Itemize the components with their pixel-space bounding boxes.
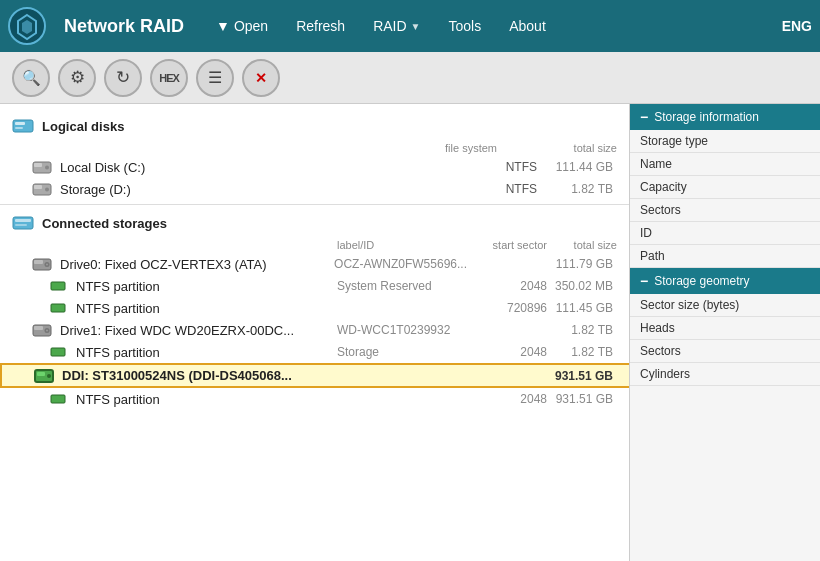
- drive0-partition1-icon: [48, 279, 68, 293]
- svg-rect-22: [34, 326, 43, 330]
- left-panel: Logical disks file system total size Loc…: [0, 104, 630, 561]
- nav-raid-arrow: ▼: [411, 21, 421, 32]
- col-total-size: total size: [547, 239, 617, 251]
- nav-about[interactable]: About: [497, 12, 558, 40]
- svg-rect-4: [15, 122, 25, 125]
- nav-raid-text: RAID: [373, 18, 406, 34]
- svg-rect-7: [34, 163, 42, 167]
- drive0-partition1[interactable]: NTFS partition System Reserved 2048 350.…: [0, 275, 629, 297]
- nav-refresh[interactable]: Refresh: [284, 12, 357, 40]
- info-heads: Heads: [630, 317, 820, 340]
- info-id-label: ID: [640, 226, 652, 240]
- storage-info-label: Storage information: [654, 110, 759, 124]
- info-cylinders-label: Cylinders: [640, 367, 690, 381]
- nav-open[interactable]: ▼ Open: [204, 12, 280, 40]
- right-panel: − Storage information Storage type Name …: [630, 104, 820, 561]
- info-heads-label: Heads: [640, 321, 675, 335]
- storage-geometry-collapse[interactable]: −: [640, 273, 648, 289]
- info-capacity-label: Capacity: [640, 180, 687, 194]
- svg-rect-25: [51, 348, 65, 356]
- connected-storages-label: Connected storages: [42, 216, 167, 231]
- svg-point-28: [47, 374, 51, 378]
- logical-disk-d-fs: NTFS: [417, 182, 537, 196]
- logical-disk-c-icon: [32, 160, 52, 174]
- svg-rect-29: [51, 395, 65, 403]
- drive1-partition1-name: NTFS partition: [76, 345, 337, 360]
- drive0-name: Drive0: Fixed OCZ-VERTEX3 (ATA): [60, 257, 334, 272]
- list-button[interactable]: ☰: [196, 59, 234, 97]
- app-logo: [8, 7, 54, 45]
- logical-disk-c[interactable]: Local Disk (C:) NTFS 111.44 GB: [0, 156, 629, 178]
- ddi-row[interactable]: DDI: ST31000524NS (DDI-DS405068... 931.5…: [0, 363, 629, 388]
- info-name-label: Name: [640, 157, 672, 171]
- info-path-label: Path: [640, 249, 665, 263]
- info-sectors: Sectors: [630, 199, 820, 222]
- storage-col-headers: label/ID start sector total size: [0, 237, 629, 253]
- info-storage-type: Storage type: [630, 130, 820, 153]
- drive0-partition2[interactable]: NTFS partition 720896 111.45 GB: [0, 297, 629, 319]
- svg-point-11: [45, 187, 49, 191]
- search-button[interactable]: 🔍: [12, 59, 50, 97]
- storage-info-collapse[interactable]: −: [640, 109, 648, 125]
- navbar: Network RAID ▼ Open Refresh RAID ▼ Tools…: [0, 0, 820, 52]
- svg-point-8: [45, 165, 49, 169]
- toolbar: 🔍 ⚙ ↻ HEX ☰ ✕: [0, 52, 820, 104]
- ddi-size: 931.51 GB: [547, 369, 617, 383]
- main-area: Logical disks file system total size Loc…: [0, 104, 820, 561]
- info-sectors-geo-label: Sectors: [640, 344, 681, 358]
- drive0-partition2-icon: [48, 301, 68, 315]
- hex-icon: HEX: [159, 72, 179, 84]
- refresh-icon: ↻: [116, 67, 130, 88]
- refresh-button[interactable]: ↻: [104, 59, 142, 97]
- ddi-icon: [34, 369, 54, 383]
- info-name: Name: [630, 153, 820, 176]
- close-button[interactable]: ✕: [242, 59, 280, 97]
- drive1-partition1-icon: [48, 345, 68, 359]
- svg-rect-5: [15, 127, 23, 129]
- logical-disk-d-name: Storage (D:): [60, 182, 239, 197]
- nav-menu: ▼ Open Refresh RAID ▼ Tools About: [204, 12, 782, 40]
- lang-selector[interactable]: ENG: [782, 18, 812, 34]
- drive0-icon: [32, 257, 52, 271]
- info-path: Path: [630, 245, 820, 268]
- drive1-row[interactable]: Drive1: Fixed WDC WD20EZRX-00DC... WD-WC…: [0, 319, 629, 341]
- svg-rect-13: [15, 219, 31, 222]
- logical-disks-label: Logical disks: [42, 119, 124, 134]
- nav-about-text: About: [509, 18, 546, 34]
- svg-rect-12: [13, 217, 33, 229]
- info-sector-size: Sector size (bytes): [630, 294, 820, 317]
- logical-disk-c-size: 111.44 GB: [547, 160, 617, 174]
- hex-button[interactable]: HEX: [150, 59, 188, 97]
- logical-disks-header: Logical disks: [0, 112, 629, 140]
- logical-disk-c-fs: NTFS: [417, 160, 537, 174]
- ddi-partition1[interactable]: NTFS partition 2048 931.51 GB: [0, 388, 629, 410]
- connected-storages-icon: [12, 215, 34, 231]
- storage-geometry-label: Storage geometry: [654, 274, 749, 288]
- svg-rect-19: [51, 282, 65, 290]
- info-sector-size-label: Sector size (bytes): [640, 298, 739, 312]
- drive1-partition1-size: 1.82 TB: [547, 345, 617, 359]
- nav-raid[interactable]: RAID ▼: [361, 12, 432, 40]
- drive1-partition1[interactable]: NTFS partition Storage 2048 1.82 TB: [0, 341, 629, 363]
- logical-disks-icon: [12, 118, 34, 134]
- nav-tools[interactable]: Tools: [437, 12, 494, 40]
- ddi-name: DDI: ST31000524NS (DDI-DS405068...: [62, 368, 337, 383]
- svg-rect-10: [34, 185, 42, 189]
- ddi-partition1-icon: [48, 392, 68, 406]
- nav-refresh-text: Refresh: [296, 18, 345, 34]
- logical-disk-d[interactable]: Storage (D:) NTFS 1.82 TB: [0, 178, 629, 200]
- drive0-partition2-size: 111.45 GB: [547, 301, 617, 315]
- ddi-partition1-name: NTFS partition: [76, 392, 337, 407]
- drive0-partition1-name: NTFS partition: [76, 279, 337, 294]
- drive0-size: 111.79 GB: [547, 257, 617, 271]
- settings-button[interactable]: ⚙: [58, 59, 96, 97]
- svg-rect-20: [51, 304, 65, 312]
- col-start-sector: start sector: [467, 239, 547, 251]
- drive0-row[interactable]: Drive0: Fixed OCZ-VERTEX3 (ATA) OCZ-AWNZ…: [0, 253, 629, 275]
- svg-marker-2: [22, 20, 32, 34]
- ddi-partition1-size: 931.51 GB: [547, 392, 617, 406]
- app-title: Network RAID: [64, 16, 184, 37]
- drive0-partition2-name: NTFS partition: [76, 301, 337, 316]
- col-filesystem-label: file system: [445, 142, 497, 154]
- info-cylinders: Cylinders: [630, 363, 820, 386]
